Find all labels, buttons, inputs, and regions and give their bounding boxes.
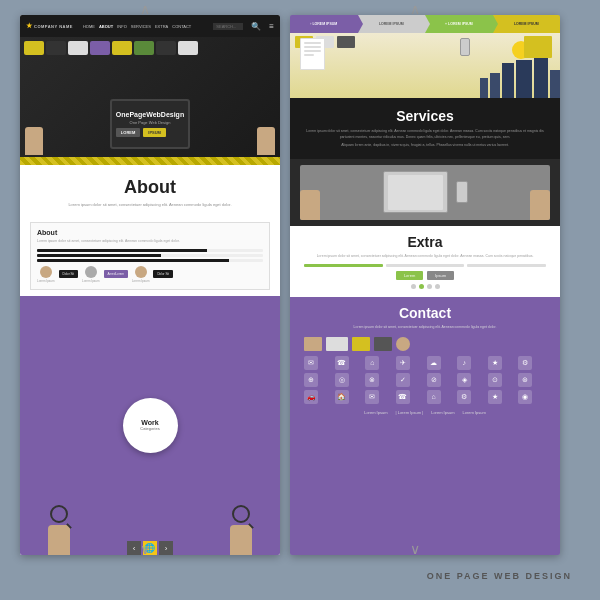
contact-item-phone — [304, 337, 322, 351]
services-text: Lorem ipsum dolor sit amet, consectetuer… — [304, 129, 546, 140]
building-3 — [534, 56, 548, 98]
work-hand-right — [230, 525, 252, 555]
icon-plus: ⊕ — [304, 373, 318, 387]
nav-services[interactable]: SERVICES — [131, 24, 151, 29]
progress-bar-3 — [37, 259, 263, 262]
work-hand-left — [48, 525, 70, 555]
dot-2 — [419, 284, 424, 289]
tab-lorem-4[interactable]: LOREM IPSUM — [493, 15, 561, 33]
tab-label-3: ›› LOREM IPSUM — [445, 22, 473, 26]
menu-icon: ≡ — [269, 22, 274, 31]
search-input[interactable] — [213, 23, 243, 30]
btn-dolor-sit-1[interactable]: Dolor Sit — [59, 270, 79, 278]
slider-dots — [304, 284, 546, 289]
doc-line-1 — [304, 42, 321, 44]
btn-ipsum-extra[interactable]: Ipsum — [427, 271, 454, 280]
nav-bar: ★ COMPANY NAME HOME ABOUT INFO SERVICES … — [20, 15, 280, 37]
avatar-3: Lorem Ipsum — [132, 266, 150, 283]
btn-amed-lorem[interactable]: AmedLorem — [104, 270, 128, 278]
extra-tab-row — [304, 264, 546, 267]
footer-link-2[interactable]: | Lorem Ipsum | — [396, 410, 424, 415]
services-subtext: Aliquam lorem ante, dapibus in, viverra … — [304, 143, 546, 149]
dot-4 — [435, 284, 440, 289]
avatar-2: Lorem Ipsum — [82, 266, 100, 283]
tab-lorem-2[interactable]: LOREM IPSUM — [358, 15, 426, 33]
contact-title: Contact — [304, 305, 546, 321]
magnifier-right-icon — [232, 505, 250, 523]
nav-arr-next[interactable]: › — [159, 541, 173, 555]
desk-item-6 — [134, 41, 154, 55]
dot-1 — [411, 284, 416, 289]
document-icon — [300, 38, 325, 70]
desk-item-5 — [112, 41, 132, 55]
extra-progress-2 — [386, 264, 465, 267]
avatar-circle-1 — [40, 266, 52, 278]
extra-scene — [300, 165, 550, 220]
footer-link-3[interactable]: Lorem Ipsum — [431, 410, 454, 415]
extra-progress-3 — [467, 264, 546, 267]
icon-email: ✉ — [304, 356, 318, 370]
work-hands: ‹ 🌐 › — [20, 520, 280, 555]
footer-link-4[interactable]: Lorem Ipsum — [463, 410, 486, 415]
contact-item-yellow — [352, 337, 370, 351]
top-tabs: › LOREM IPSUM LOREM IPSUM ›› LOREM IPSUM… — [290, 15, 560, 33]
yellow-stripe — [20, 157, 280, 165]
icon-x: ⊗ — [365, 373, 379, 387]
tab-lorem-1[interactable]: › LOREM IPSUM — [290, 15, 358, 33]
tab-arrow-2 — [425, 15, 430, 33]
nav-arr-prev[interactable]: ‹ — [127, 541, 141, 555]
chevron-down-right-icon: ∨ — [410, 541, 420, 557]
avatar-1: Lorem Ipsum — [37, 266, 55, 283]
nav-links: HOME ABOUT INFO SERVICES EXTRA CONTACT — [83, 24, 191, 29]
extra-phone — [456, 181, 468, 203]
extra-laptop — [383, 171, 448, 213]
desk-item-4 — [90, 41, 110, 55]
left-panel: ★ COMPANY NAME HOME ABOUT INFO SERVICES … — [20, 15, 280, 555]
nav-logo: ★ COMPANY NAME — [26, 22, 73, 30]
nav-home[interactable]: HOME — [83, 24, 95, 29]
icon-asterisk: ⊛ — [518, 373, 532, 387]
contact-section: Contact Lorem ipsum dolor sit amet, cons… — [290, 297, 560, 555]
doc-line-3 — [304, 50, 321, 52]
icon-check: ✓ — [396, 373, 410, 387]
icon-circle: ◎ — [335, 373, 349, 387]
icon-radio: ◉ — [518, 390, 532, 404]
nav-contact[interactable]: CONTACT — [172, 24, 191, 29]
doc-line-2 — [304, 46, 321, 48]
extra-text: Lorem ipsum dolor sit amet, consectetuer… — [304, 254, 546, 260]
nav-info[interactable]: INFO — [117, 24, 127, 29]
avatar-name-1: Lorem Ipsum — [37, 279, 55, 283]
icon-car: 🚗 — [304, 390, 318, 404]
about-description: Lorem ipsum dolor sit amet, consectetuer… — [36, 202, 264, 208]
tab-lorem-3[interactable]: ›› LOREM IPSUM — [425, 15, 493, 33]
about-title: About — [36, 177, 264, 198]
extra-progress-1 — [304, 264, 383, 267]
chevron-down-left-icon: ∨ — [140, 541, 150, 557]
about-section: About Lorem ipsum dolor sit amet, consec… — [20, 165, 280, 216]
building-4 — [480, 78, 488, 98]
desk-item-2 — [46, 41, 66, 55]
building-5 — [516, 60, 532, 98]
work-section: Work Categories ‹ 🌐 › — [20, 296, 280, 555]
icon-plane: ✈ — [396, 356, 410, 370]
desk-item-1 — [24, 41, 44, 55]
tab-label-2: LOREM IPSUM — [379, 22, 404, 26]
laptop-screen — [388, 175, 443, 210]
icon-music: ♪ — [457, 356, 471, 370]
avatar-name-3: Lorem Ipsum — [132, 279, 150, 283]
btn-lorem-extra[interactable]: Lorem — [396, 271, 423, 280]
nav-about[interactable]: ABOUT — [99, 24, 113, 29]
extra-section: Extra Lorem ipsum dolor sit amet, consec… — [290, 226, 560, 298]
footer-link-1[interactable]: Lorem Ipsum — [364, 410, 387, 415]
about-box: About Lorem ipsum dolor sit amet, consec… — [30, 222, 270, 290]
avatar-circle-3 — [135, 266, 147, 278]
btn-dolor-sit-2[interactable]: Dolor Sit — [153, 270, 173, 278]
desk-item-7 — [156, 41, 176, 55]
tab-label-1: › LOREM IPSUM — [310, 22, 337, 26]
scene-container — [290, 33, 560, 98]
building-2 — [490, 73, 500, 98]
hero-subtitle: One Page Web Design — [116, 120, 184, 125]
contact-item-doc — [326, 337, 348, 351]
nav-extra[interactable]: EXTRA — [155, 24, 168, 29]
building-1 — [502, 63, 514, 98]
